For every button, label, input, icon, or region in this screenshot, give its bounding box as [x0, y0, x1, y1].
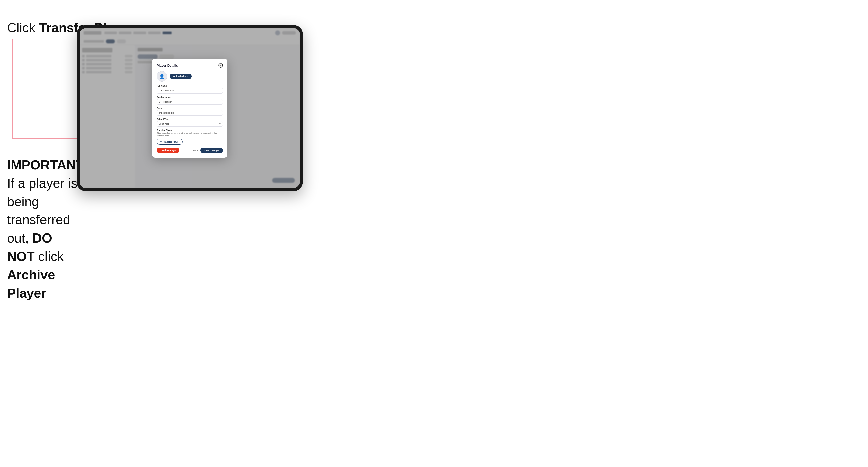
transfer-icon: ↻ [160, 140, 162, 143]
instruction-text2: click [35, 249, 64, 264]
display-name-label: Display Name [157, 96, 223, 98]
archive-btn-label: Archive Player [162, 149, 177, 152]
avatar-circle: 👤 [157, 71, 167, 82]
school-year-label: School Year [157, 118, 223, 120]
display-name-group: Display Name [157, 96, 223, 104]
modal-overlay: Player Details × 👤 Upload Photo Full Nam… [80, 28, 300, 188]
tablet-device: Player Details × 👤 Upload Photo Full Nam… [77, 25, 303, 191]
transfer-section-label: Transfer Player [157, 129, 223, 131]
tablet-screen: Player Details × 👤 Upload Photo Full Nam… [80, 28, 300, 188]
archive-player-button[interactable]: ↓ Archive Player [157, 148, 180, 153]
cancel-button[interactable]: Cancel [191, 149, 198, 152]
full-name-input[interactable] [157, 88, 223, 93]
email-input[interactable] [157, 110, 223, 116]
modal-title: Player Details [157, 64, 178, 67]
transfer-btn-label: Transfer Player [163, 141, 180, 143]
photo-upload-row: 👤 Upload Photo [157, 71, 223, 82]
modal-footer: ↓ Archive Player Cancel Save Changes [157, 148, 223, 153]
display-name-input[interactable] [157, 99, 223, 104]
upload-photo-button[interactable]: Upload Photo [170, 74, 191, 79]
full-name-label: Full Name [157, 85, 223, 87]
archive-icon: ↓ [160, 149, 161, 152]
important-label: IMPORTANT [7, 158, 84, 172]
avatar-icon: 👤 [159, 74, 165, 79]
school-year-select[interactable]: Sixth Year First Year Second Year Third … [157, 121, 223, 127]
instruction-bottom: IMPORTANT: If a player is being transfer… [7, 156, 81, 302]
player-details-modal: Player Details × 👤 Upload Photo Full Nam… [152, 59, 227, 158]
instruction-prefix: Click [7, 20, 39, 35]
transfer-description: If this player has moved to another scho… [157, 132, 223, 137]
modal-close-button[interactable]: × [218, 63, 223, 68]
full-name-group: Full Name [157, 85, 223, 93]
school-year-group: School Year Sixth Year First Year Second… [157, 118, 223, 127]
save-changes-button[interactable]: Save Changes [200, 148, 223, 153]
archive-label: Archive Player [7, 268, 55, 300]
email-label: Email [157, 107, 223, 109]
transfer-player-section: Transfer Player If this player has moved… [157, 129, 223, 145]
transfer-player-button[interactable]: ↻ Transfer Player [157, 139, 183, 145]
email-group: Email [157, 107, 223, 116]
modal-header: Player Details × [157, 63, 223, 68]
